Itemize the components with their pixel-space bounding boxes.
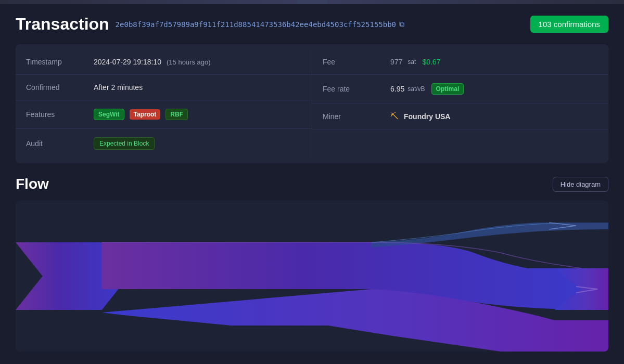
fee-rate-unit: sat/vB (407, 85, 425, 93)
features-value: SegWit Taproot RBF (94, 109, 191, 120)
transaction-info-card: Timestamp 2024-07-29 19:18:10 (15 hours … (16, 44, 608, 163)
miner-icon: ⛏ (390, 112, 399, 121)
confirmed-row: Confirmed After 2 minutes (16, 75, 312, 100)
expected-in-block-badge: Expected in Block (94, 137, 155, 150)
page-title: Transaction (16, 15, 109, 34)
confirmed-label: Confirmed (26, 83, 94, 92)
fee-rate-number: 6.95 (390, 85, 404, 93)
taproot-badge: Taproot (130, 109, 161, 120)
fee-label: Fee (323, 58, 390, 66)
miner-label: Miner (323, 112, 390, 121)
confirmed-value: After 2 minutes (94, 83, 143, 92)
audit-row: Audit Expected in Block (16, 129, 312, 158)
timestamp-date: 2024-07-29 19:18:10 (94, 58, 161, 66)
timestamp-label: Timestamp (26, 58, 94, 66)
miner-name: Foundry USA (404, 112, 450, 121)
confirmations-badge: 103 confirmations (530, 16, 608, 33)
left-column: Timestamp 2024-07-29 19:18:10 (15 hours … (16, 49, 312, 158)
transaction-title-group: Transaction 2e0b8f39af7d57989a9f911f211d… (16, 15, 404, 34)
timestamp-row: Timestamp 2024-07-29 19:18:10 (15 hours … (16, 49, 312, 75)
fee-rate-value: 6.95 sat/vB Optimal (390, 83, 467, 95)
right-column: Fee 977 sat $0.67 Fee rate 6.95 sat/vB (312, 49, 609, 158)
audit-label: Audit (26, 139, 94, 148)
tx-hash-text: 2e0b8f39af7d57989a9f911f211d88541473536b… (116, 20, 396, 29)
fee-value: 977 sat $0.67 (390, 58, 440, 66)
copy-icon[interactable]: ⧉ (399, 20, 404, 29)
features-row: Features SegWit Taproot RBF (16, 100, 312, 129)
fee-row: Fee 977 sat $0.67 (312, 49, 608, 75)
segwit-badge: SegWit (94, 109, 124, 120)
timestamp-relative: (15 hours ago) (167, 58, 211, 66)
miner-value: ⛏ Foundry USA (390, 112, 450, 121)
audit-value: Expected in Block (94, 137, 155, 150)
miner-row: Miner ⛏ Foundry USA (312, 103, 608, 130)
tx-hash-link[interactable]: 2e0b8f39af7d57989a9f911f211d88541473536b… (116, 20, 404, 29)
features-label: Features (26, 110, 94, 119)
fee-sat-unit: sat (407, 58, 416, 66)
flow-svg (16, 201, 608, 352)
fee-rate-label: Fee rate (323, 85, 390, 93)
flow-header: Flow Hide diagram (16, 176, 608, 192)
rbf-badge: RBF (165, 109, 188, 120)
fee-sat-amount: 977 (390, 58, 402, 66)
flow-title: Flow (16, 176, 49, 192)
transaction-header: Transaction 2e0b8f39af7d57989a9f911f211d… (16, 15, 608, 34)
info-table: Timestamp 2024-07-29 19:18:10 (15 hours … (16, 49, 608, 158)
timestamp-value: 2024-07-29 19:18:10 (15 hours ago) (94, 58, 211, 66)
optimal-badge: Optimal (431, 83, 464, 95)
hide-diagram-button[interactable]: Hide diagram (553, 177, 608, 192)
fee-rate-row: Fee rate 6.95 sat/vB Optimal (312, 75, 608, 103)
flow-diagram (16, 201, 608, 352)
fee-usd-value: $0.67 (422, 58, 440, 66)
